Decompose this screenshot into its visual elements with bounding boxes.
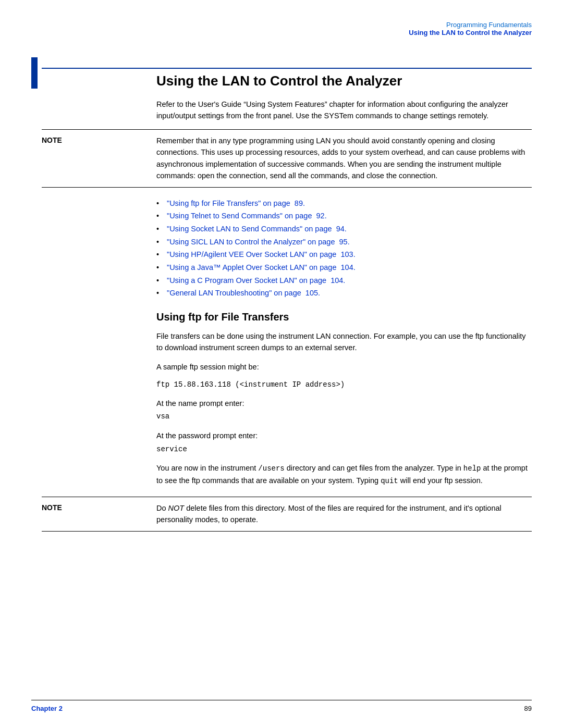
ftp-pass-prompt: At the password prompt enter: <box>42 430 532 441</box>
ftp-pass-code: service <box>156 445 187 453</box>
list-item: "Using SICL LAN to Control the Analyzer"… <box>156 236 532 249</box>
footer-page-number: 89 <box>524 705 532 712</box>
page-header: Programming Fundamentals Using the LAN t… <box>409 21 532 36</box>
ftp-para3: You are now in the instrument /users dir… <box>42 462 532 487</box>
note2-label: NOTE <box>42 502 156 526</box>
note1-label: NOTE <box>42 135 156 182</box>
note2-text: Do NOT delete files from this directory.… <box>156 502 532 526</box>
footer-chapter-label: Chapter <box>31 705 57 712</box>
left-decorative-bar <box>31 57 38 89</box>
subsection-title: Using ftp for File Transfers <box>42 311 532 323</box>
note1-text: Remember that in any type programming us… <box>156 135 532 182</box>
link-java[interactable]: "Using a Java™ Applet Over Socket LAN" o… <box>167 263 356 272</box>
ftp-name-prompt: At the name prompt enter: <box>42 398 532 409</box>
ftp-para2: A sample ftp session might be: <box>42 361 532 373</box>
ftp-para1: File transfers can be done using the ins… <box>42 330 532 354</box>
header-line2: Using the LAN to Control the Analyzer <box>409 29 532 36</box>
note2-section: NOTE Do NOT delete files from this direc… <box>42 497 532 532</box>
link-c-program[interactable]: "Using a C Program Over Socket LAN" on p… <box>167 276 345 285</box>
intro-paragraph: Refer to the User's Guide “Using System … <box>42 98 532 122</box>
note2-not-italic: NOT <box>168 504 185 512</box>
link-sicl[interactable]: "Using SICL LAN to Control the Analyzer"… <box>167 238 350 246</box>
link-troubleshoot[interactable]: "General LAN Troubleshooting" on page 10… <box>167 289 320 297</box>
footer-chapter-number: 2 <box>59 705 63 712</box>
main-content: Using the LAN to Control the Analyzer Re… <box>42 57 532 686</box>
list-item: "Using a Java™ Applet Over Socket LAN" o… <box>156 261 532 274</box>
bullet-list: "Using ftp for File Transfers" on page 8… <box>42 197 532 300</box>
ftp-users-code: /users <box>258 464 284 473</box>
ftp-code-text: ftp 15.88.163.118 (<instrument IP addres… <box>156 380 345 389</box>
ftp-para3-text2: directory and can get files from the ana… <box>285 464 463 472</box>
ftp-name-code: vsa <box>156 412 169 421</box>
page-footer: Chapter 2 89 <box>31 700 532 712</box>
list-item: "Using HP/Agilent VEE Over Socket LAN" o… <box>156 248 532 261</box>
ftp-pass-value: service <box>42 443 532 455</box>
link-vee[interactable]: "Using HP/Agilent VEE Over Socket LAN" o… <box>167 250 356 258</box>
link-socket[interactable]: "Using Socket LAN to Send Commands" on p… <box>167 225 347 233</box>
ftp-name-value: vsa <box>42 410 532 423</box>
link-telnet[interactable]: "Using Telnet to Send Commands" on page … <box>167 212 327 220</box>
ftp-help-code: help <box>463 464 481 473</box>
header-line1: Programming Fundamentals <box>409 21 532 29</box>
section-title: Using the LAN to Control the Analyzer <box>42 73 532 89</box>
note1-section: NOTE Remember that in any type programmi… <box>42 129 532 188</box>
list-item: "Using ftp for File Transfers" on page 8… <box>156 197 532 210</box>
ftp-para3-text4: will end your ftp session. <box>398 476 483 485</box>
ftp-para3-text1: You are now in the instrument <box>156 464 258 472</box>
list-item: "Using Socket LAN to Send Commands" on p… <box>156 223 532 236</box>
list-item: "Using Telnet to Send Commands" on page … <box>156 209 532 223</box>
list-item: "Using a C Program Over Socket LAN" on p… <box>156 274 532 287</box>
link-ftp[interactable]: "Using ftp for File Transfers" on page 8… <box>167 199 305 207</box>
footer-chapter: Chapter 2 <box>31 705 63 712</box>
list-item: "General LAN Troubleshooting" on page 10… <box>156 287 532 300</box>
ftp-quit-code: quit <box>381 477 398 485</box>
page-container: Programming Fundamentals Using the LAN t… <box>0 0 563 728</box>
ftp-code-block: ftp 15.88.163.118 (<instrument IP addres… <box>42 380 532 390</box>
